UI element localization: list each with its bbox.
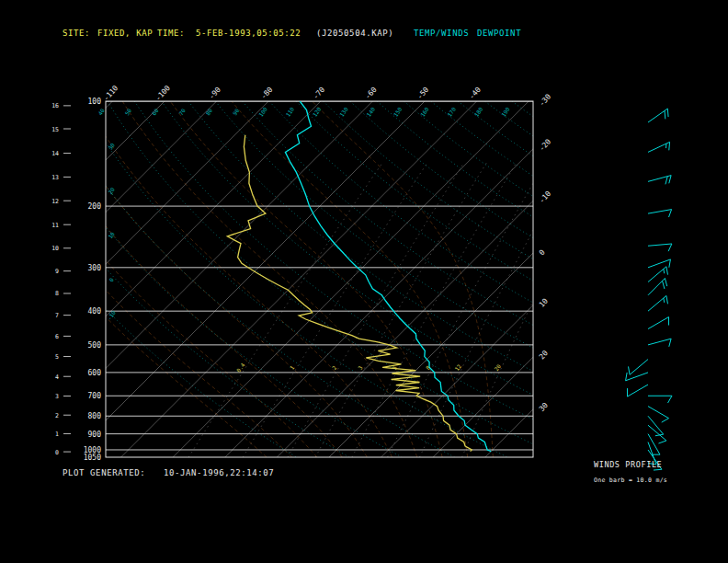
- svg-text:7: 7: [55, 312, 59, 319]
- svg-text:10: 10: [538, 297, 550, 309]
- svg-text:120: 120: [312, 106, 323, 118]
- filename: (J2050504.KAP): [316, 29, 393, 38]
- svg-text:300: 300: [88, 264, 102, 272]
- svg-text:500: 500: [88, 341, 102, 350]
- svg-text:4: 4: [55, 373, 59, 381]
- sounding-viewer-screen: 0.4123581220-100102030405060708090100110…: [0, 0, 728, 563]
- svg-text:0.4: 0.4: [235, 362, 246, 373]
- site-label: SITE:: [63, 29, 90, 38]
- svg-text:30: 30: [107, 142, 116, 151]
- svg-text:-80: -80: [259, 86, 274, 101]
- time-value: 5-FEB-1993,05:05:22: [196, 29, 301, 38]
- site-value: FIXED, KAP: [97, 29, 153, 38]
- svg-text:-50: -50: [415, 86, 430, 101]
- svg-text:30: 30: [538, 401, 550, 413]
- svg-text:20: 20: [538, 349, 550, 361]
- svg-text:2: 2: [55, 412, 59, 419]
- svg-text:15: 15: [51, 126, 59, 133]
- legend-temp-winds: TEMP/WINDS: [414, 29, 469, 38]
- svg-text:-40: -40: [468, 86, 483, 101]
- svg-text:700: 700: [88, 392, 102, 400]
- svg-text:10: 10: [107, 230, 116, 239]
- svg-text:0: 0: [108, 276, 115, 282]
- svg-text:-60: -60: [363, 86, 378, 101]
- svg-text:8: 8: [425, 364, 432, 371]
- svg-text:3: 3: [55, 393, 59, 400]
- plot-generated-label: PLOT GENERATED:: [63, 468, 145, 477]
- svg-text:0: 0: [55, 449, 59, 456]
- svg-text:20: 20: [107, 186, 116, 195]
- svg-text:60: 60: [151, 107, 160, 116]
- svg-text:1: 1: [55, 431, 59, 438]
- svg-text:3: 3: [357, 364, 364, 371]
- svg-text:-10: -10: [538, 190, 552, 205]
- svg-text:8: 8: [55, 290, 59, 297]
- svg-text:130: 130: [338, 106, 349, 118]
- svg-text:14: 14: [51, 150, 59, 157]
- svg-text:190: 190: [500, 106, 511, 118]
- svg-text:170: 170: [446, 106, 457, 118]
- svg-text:110: 110: [284, 106, 295, 118]
- svg-text:-110: -110: [102, 84, 120, 102]
- svg-text:-90: -90: [208, 86, 222, 101]
- svg-text:150: 150: [392, 106, 403, 118]
- time-label: TIME:: [157, 29, 185, 38]
- svg-text:900: 900: [88, 431, 102, 439]
- svg-text:90: 90: [232, 107, 241, 116]
- svg-text:2: 2: [330, 364, 337, 371]
- wind-barbs: [626, 109, 672, 470]
- svg-text:20: 20: [493, 362, 502, 372]
- svg-text:600: 600: [88, 369, 102, 377]
- svg-text:6: 6: [55, 333, 59, 340]
- svg-text:180: 180: [472, 106, 483, 118]
- svg-text:200: 200: [88, 202, 102, 211]
- svg-text:13: 13: [51, 174, 59, 181]
- svg-text:9: 9: [55, 268, 59, 275]
- svg-text:40: 40: [97, 107, 106, 116]
- svg-text:50: 50: [123, 107, 132, 116]
- svg-text:1050: 1050: [84, 454, 101, 462]
- svg-text:80: 80: [204, 107, 213, 116]
- svg-text:-100: -100: [154, 84, 172, 102]
- sounding-traces: [227, 101, 491, 452]
- svg-text:10: 10: [51, 245, 59, 252]
- svg-text:100: 100: [257, 106, 268, 118]
- svg-text:-70: -70: [312, 86, 326, 101]
- svg-text:11: 11: [51, 222, 59, 229]
- grid-labels: 0.4123581220-100102030405060708090100110…: [51, 84, 552, 462]
- svg-text:-20: -20: [538, 137, 552, 153]
- legend-dewpoint: DEWPOINT: [477, 29, 521, 38]
- svg-text:100: 100: [88, 98, 102, 106]
- svg-text:-30: -30: [538, 92, 552, 108]
- svg-text:12: 12: [51, 198, 59, 205]
- svg-text:400: 400: [88, 307, 102, 316]
- plot-generated-value: 10-JAN-1996,22:14:07: [164, 468, 274, 477]
- svg-text:160: 160: [419, 106, 430, 118]
- svg-text:70: 70: [177, 107, 187, 116]
- svg-text:5: 5: [55, 353, 59, 361]
- svg-text:1: 1: [289, 364, 296, 371]
- svg-text:12: 12: [453, 362, 462, 372]
- svg-text:800: 800: [88, 412, 102, 420]
- winds-profile-title: WINDS PROFILE: [594, 460, 662, 469]
- svg-text:16: 16: [51, 102, 59, 109]
- svg-text:0: 0: [538, 248, 547, 258]
- winds-profile-subtitle: One barb = 10.0 m/s: [594, 476, 667, 485]
